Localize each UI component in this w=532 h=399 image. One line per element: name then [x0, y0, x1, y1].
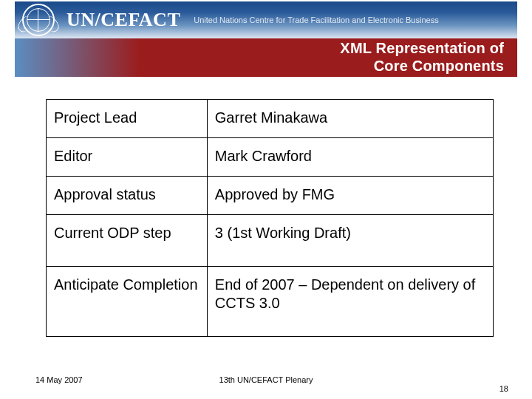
slide-title: XML Representation of Core Components [340, 40, 504, 75]
row-value: Approved by FMG [207, 177, 493, 215]
footer-date: 14 May 2007 [35, 375, 83, 384]
row-value: Garret Minakawa [207, 100, 493, 138]
slide-title-line1: XML Representation of [340, 40, 504, 56]
row-label: Project Lead [47, 100, 208, 138]
row-label: Editor [47, 138, 208, 177]
row-value: End of 2007 – Dependent on delivery of C… [207, 267, 493, 337]
slide-content: Project Lead Garret Minakawa Editor Mark… [0, 77, 532, 337]
info-table: Project Lead Garret Minakawa Editor Mark… [46, 99, 494, 337]
slide-footer: 14 May 2007 13th UN/CEFACT Plenary 18 [0, 375, 532, 384]
row-label: Anticipate Completion [47, 267, 208, 337]
header-top-band: UN/CEFACT United Nations Centre for Trad… [15, 1, 517, 38]
table-row: Project Lead Garret Minakawa [47, 100, 494, 138]
row-label: Approval status [47, 177, 208, 215]
title-band: XML Representation of Core Components [15, 38, 517, 77]
table-row: Anticipate Completion End of 2007 – Depe… [47, 267, 494, 337]
row-value: 3 (1st Working Draft) [207, 215, 493, 267]
footer-page-number: 18 [499, 384, 508, 393]
row-value: Mark Crawford [207, 138, 493, 177]
brand-text: UN/CEFACT [66, 9, 180, 31]
table-row: Editor Mark Crawford [47, 138, 494, 177]
slide-header: UN/CEFACT United Nations Centre for Trad… [0, 0, 532, 77]
table-row: Approval status Approved by FMG [47, 177, 494, 215]
un-logo-icon [22, 4, 55, 36]
table-row: Current ODP step 3 (1st Working Draft) [47, 215, 494, 267]
slide-title-line2: Core Components [374, 58, 504, 74]
brand-subtitle: United Nations Centre for Trade Facilita… [194, 16, 438, 24]
row-label: Current ODP step [47, 215, 208, 267]
